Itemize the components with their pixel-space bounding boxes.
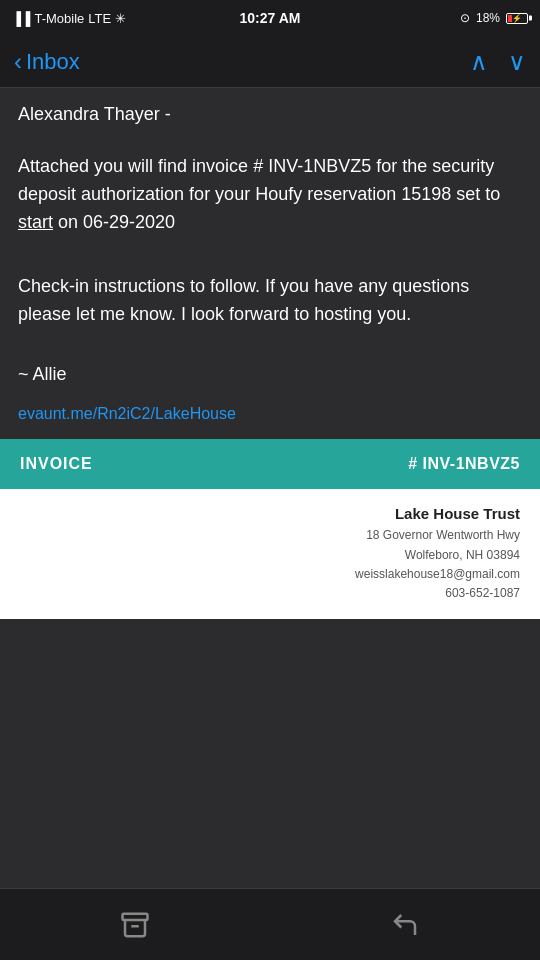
email-signature: ~ Allie bbox=[18, 364, 522, 385]
invoice-body: Lake House Trust 18 Governor Wentworth H… bbox=[0, 489, 540, 619]
battery-percent: 18% bbox=[476, 11, 500, 25]
chevron-left-icon: ‹ bbox=[14, 48, 22, 76]
email-paragraph-2: Check-in instructions to follow. If you … bbox=[18, 273, 522, 329]
invoice-number: # INV-1NBVZ5 bbox=[408, 455, 520, 473]
nav-arrows: ∧ ∨ bbox=[470, 48, 526, 76]
reply-button[interactable] bbox=[380, 900, 430, 950]
charging-icon: ⚡ bbox=[507, 14, 527, 23]
company-phone: 603-652-1087 bbox=[20, 584, 520, 603]
email-body: Alexandra Thayer - Attached you will fin… bbox=[0, 88, 540, 748]
network-type: LTE bbox=[88, 11, 111, 26]
invoice-company-block: Lake House Trust 18 Governor Wentworth H… bbox=[20, 505, 520, 603]
inbox-label[interactable]: Inbox bbox=[26, 49, 80, 75]
battery-icon: ⚡ bbox=[506, 13, 528, 24]
nav-bar: ‹ Inbox ∧ ∨ bbox=[0, 36, 540, 88]
company-email: weisslakehouse18@gmail.com bbox=[20, 565, 520, 584]
svg-rect-0 bbox=[123, 913, 148, 919]
signal-icon: ▐▐ bbox=[12, 11, 30, 26]
email-paragraph-1: Attached you will find invoice # INV-1NB… bbox=[18, 153, 522, 237]
status-time: 10:27 AM bbox=[240, 10, 301, 26]
carrier-name: T-Mobile bbox=[34, 11, 84, 26]
reply-icon bbox=[390, 910, 420, 940]
down-arrow-button[interactable]: ∨ bbox=[508, 48, 526, 76]
address-line2: Wolfeboro, NH 03894 bbox=[20, 546, 520, 565]
up-arrow-button[interactable]: ∧ bbox=[470, 48, 488, 76]
archive-icon bbox=[120, 910, 150, 940]
invoice-card: INVOICE # INV-1NBVZ5 Lake House Trust 18… bbox=[0, 439, 540, 619]
status-bar: ▐▐ T-Mobile LTE ✳ 10:27 AM ⊙ 18% ⚡ bbox=[0, 0, 540, 36]
address-line1: 18 Governor Wentworth Hwy bbox=[20, 526, 520, 545]
sender-line: Alexandra Thayer - bbox=[18, 104, 522, 125]
invoice-label: INVOICE bbox=[20, 455, 93, 473]
company-name: Lake House Trust bbox=[20, 505, 520, 522]
company-address: 18 Governor Wentworth Hwy Wolfeboro, NH … bbox=[20, 526, 520, 603]
carrier-info: ▐▐ T-Mobile LTE ✳ bbox=[12, 11, 126, 26]
bottom-bar bbox=[0, 888, 540, 960]
email-url-link[interactable]: evaunt.me/Rn2iC2/LakeHouse bbox=[18, 405, 522, 423]
back-button[interactable]: ‹ Inbox bbox=[14, 48, 80, 76]
status-right-icons: ⊙ 18% ⚡ bbox=[460, 11, 528, 25]
archive-button[interactable] bbox=[110, 900, 160, 950]
start-link[interactable]: start bbox=[18, 212, 53, 232]
alarm-icon: ⊙ bbox=[460, 11, 470, 25]
invoice-header: INVOICE # INV-1NBVZ5 bbox=[0, 439, 540, 489]
wifi-icon: ✳ bbox=[115, 11, 126, 26]
